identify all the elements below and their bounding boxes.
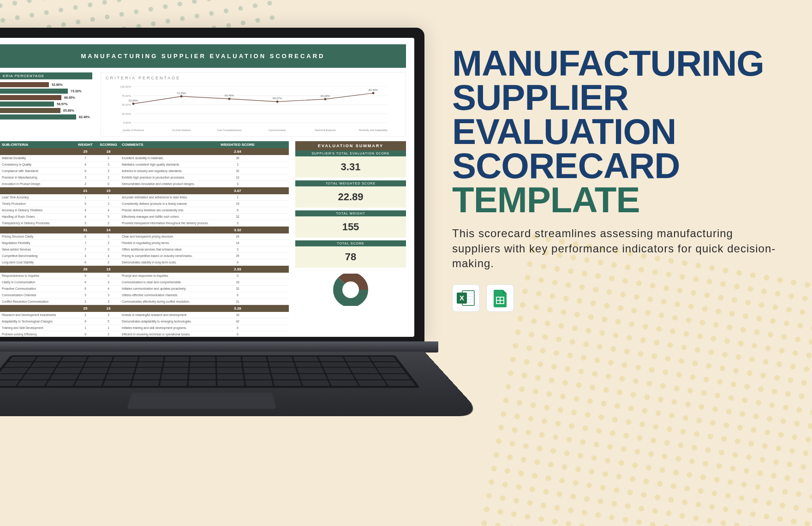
svg-text:65.60%: 65.60% <box>321 95 330 97</box>
svg-text:66.45%: 66.45% <box>225 94 234 97</box>
svg-point-10 <box>132 102 135 105</box>
svg-text:58.57%: 58.57% <box>273 97 282 100</box>
svg-text:52.80%: 52.80% <box>129 99 138 102</box>
svg-text:50.00%: 50.00% <box>122 103 131 106</box>
svg-text:Flexibility and Adaptability: Flexibility and Adaptability <box>359 129 388 132</box>
svg-point-20 <box>372 92 375 94</box>
title-line: SCORECARD <box>452 149 784 183</box>
svg-text:100.00%: 100.00% <box>120 85 131 88</box>
sheet-header: MANUFACTURING SUPPLIER EVALUATION SCOREC… <box>0 44 406 68</box>
svg-point-12 <box>180 95 183 97</box>
svg-text:Cost Competitiveness: Cost Competitiveness <box>217 129 242 132</box>
svg-text:75.00%: 75.00% <box>122 95 131 97</box>
criteria-line-chart: CRITERIA PERCENTAGE 0.00%25.00%50.00%75.… <box>101 72 406 137</box>
laptop-mockup: MANUFACTURING SUPPLIER EVALUATION SCOREC… <box>0 28 452 508</box>
title-line: MANUFACTURING <box>452 46 784 80</box>
criteria-bars: ERIA PERCENTAGE 52.80%73.33%66.45%58.57%… <box>0 72 92 137</box>
svg-text:X: X <box>460 294 464 302</box>
svg-text:On-time Delivery: On-time Delivery <box>172 129 191 132</box>
google-sheets-icon <box>486 284 514 312</box>
excel-icon: X <box>452 284 480 312</box>
svg-text:82.40%: 82.40% <box>369 89 378 91</box>
svg-text:25.00%: 25.00% <box>122 113 131 115</box>
title-line: SUPPLIER <box>452 80 784 114</box>
svg-point-18 <box>324 98 327 100</box>
hero-text: MANUFACTURING SUPPLIER EVALUATION SCOREC… <box>452 46 784 312</box>
svg-point-16 <box>276 101 279 103</box>
svg-point-14 <box>228 98 231 100</box>
evaluation-table: SUB-CRITERIA WEIGHT SCORING COMMENTS WEI… <box>0 141 289 337</box>
title-line: TEMPLATE <box>452 183 784 217</box>
hero-description: This scorecard streamlines assessing man… <box>452 226 784 271</box>
svg-text:0.00%: 0.00% <box>123 121 131 124</box>
svg-text:73.33%: 73.33% <box>177 92 186 95</box>
title-line: EVALUATION <box>452 114 784 149</box>
spreadsheet-screen: MANUFACTURING SUPPLIER EVALUATION SCOREC… <box>0 38 414 337</box>
svg-text:Communication: Communication <box>269 129 286 132</box>
evaluation-summary: EVALUATION SUMMARY SUPPLIER'S TOTAL EVAL… <box>295 141 406 337</box>
svg-text:Quality of Products: Quality of Products <box>123 129 144 132</box>
svg-text:Technical Expense: Technical Expense <box>315 129 336 132</box>
